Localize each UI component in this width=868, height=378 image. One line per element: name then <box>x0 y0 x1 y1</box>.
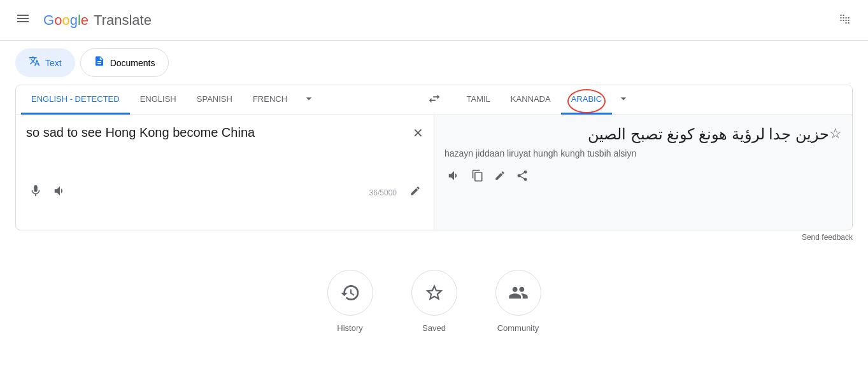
source-bottom: 36/5000 <box>26 181 423 204</box>
apps-icon[interactable] <box>832 6 858 34</box>
community-label: Community <box>497 323 539 333</box>
source-input-row: so sad to see Hong Kong become China ✕ <box>26 125 423 176</box>
send-feedback: Send feedback <box>0 230 868 244</box>
translation-panels: so sad to see Hong Kong become China ✕ <box>16 115 852 230</box>
mic-button[interactable] <box>26 181 45 204</box>
arabic-highlight-circle <box>567 89 606 113</box>
transliteration: hazayn jiddaan liruyat hungh kungh tusbi… <box>445 148 842 158</box>
community-circle <box>495 270 541 316</box>
edit-button[interactable] <box>407 183 423 202</box>
target-bottom <box>445 166 842 188</box>
language-tabs: ENGLISH - DETECTED ENGLISH SPANISH FRENC… <box>16 85 852 115</box>
edit-translation-button[interactable] <box>492 167 508 187</box>
clear-button[interactable]: ✕ <box>413 125 423 141</box>
documents-mode-icon <box>94 55 105 70</box>
bottom-icons: History Saved Community <box>0 244 868 346</box>
saved-circle <box>411 270 457 316</box>
mode-bar: Text Documents <box>0 41 868 85</box>
swap-languages-button[interactable] <box>417 87 452 114</box>
copy-button[interactable] <box>469 167 487 188</box>
documents-mode-button[interactable]: Documents <box>80 48 169 77</box>
header: Google Translate <box>0 0 868 41</box>
saved-item[interactable]: Saved <box>411 270 457 333</box>
lang-tab-tamil[interactable]: TAMIL <box>457 85 501 115</box>
source-lang-more-button[interactable] <box>297 87 320 113</box>
target-header: حزين جدا لرؤية هونغ كونغ تصبح الصين ☆ <box>445 125 842 143</box>
target-lang-more-button[interactable] <box>612 87 635 113</box>
target-tts-button[interactable] <box>445 166 464 188</box>
star-button[interactable]: ☆ <box>829 125 842 142</box>
source-icons <box>26 181 69 204</box>
history-item[interactable]: History <box>327 270 373 333</box>
saved-label: Saved <box>422 323 446 333</box>
lang-tab-arabic[interactable]: ARABIC <box>561 85 612 115</box>
source-input[interactable]: so sad to see Hong Kong become China <box>26 125 413 176</box>
text-mode-label: Text <box>45 58 62 68</box>
char-count: 36/5000 <box>369 188 397 197</box>
community-item[interactable]: Community <box>495 270 541 333</box>
source-tts-button[interactable] <box>50 181 69 204</box>
menu-icon[interactable] <box>10 6 36 34</box>
google-logo[interactable]: Google <box>43 12 89 29</box>
translate-container: ENGLISH - DETECTED ENGLISH SPANISH FRENC… <box>15 85 853 230</box>
history-label: History <box>337 323 362 333</box>
source-panel: so sad to see Hong Kong become China ✕ <box>16 115 434 230</box>
share-button[interactable] <box>513 167 531 188</box>
target-lang-group: TAMIL KANNADA ARABIC <box>452 85 853 115</box>
lang-tab-english-detected[interactable]: ENGLISH - DETECTED <box>21 85 130 115</box>
lang-tab-spanish[interactable]: SPANISH <box>187 85 243 115</box>
history-circle <box>327 270 373 316</box>
text-mode-icon <box>29 55 40 70</box>
app-title: Translate <box>94 12 152 29</box>
source-lang-group: ENGLISH - DETECTED ENGLISH SPANISH FRENC… <box>16 85 417 115</box>
lang-tab-english[interactable]: ENGLISH <box>130 85 187 115</box>
text-mode-button[interactable]: Text <box>15 48 75 77</box>
send-feedback-link[interactable]: Send feedback <box>802 233 853 242</box>
lang-tab-french[interactable]: FRENCH <box>243 85 297 115</box>
target-panel: حزين جدا لرؤية هونغ كونغ تصبح الصين ☆ ha… <box>434 115 852 230</box>
translated-text: حزين جدا لرؤية هونغ كونغ تصبح الصين <box>445 125 829 143</box>
documents-mode-label: Documents <box>110 58 155 68</box>
lang-tab-kannada[interactable]: KANNADA <box>501 85 561 115</box>
